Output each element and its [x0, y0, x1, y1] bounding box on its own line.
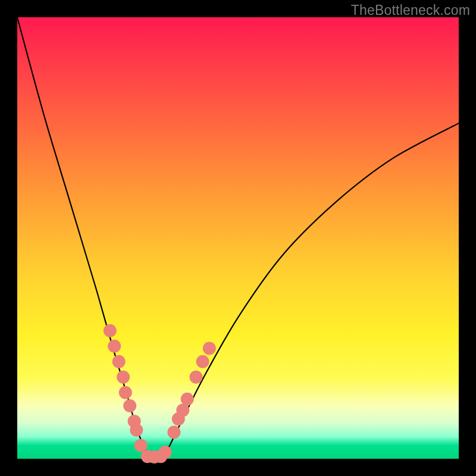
plot-area [17, 17, 459, 459]
curve-marker [196, 355, 209, 368]
curve-marker [203, 342, 216, 355]
curve-marker [119, 386, 132, 399]
curve-marker [130, 424, 143, 437]
curve-marker [159, 446, 172, 459]
curve-markers [104, 324, 216, 464]
curve-marker [123, 399, 136, 412]
curve-marker [167, 426, 180, 439]
curve-marker [134, 439, 148, 452]
chart-stage: TheBottleneck.com [0, 0, 476, 476]
curve-marker [108, 340, 121, 353]
curve-marker [190, 371, 203, 384]
watermark-text: TheBottleneck.com [351, 2, 470, 18]
bottleneck-curve [17, 17, 459, 459]
chart-svg [17, 17, 459, 459]
curve-marker [181, 393, 194, 406]
curve-marker [112, 355, 126, 368]
curve-marker [104, 324, 117, 337]
curve-marker [117, 371, 130, 384]
